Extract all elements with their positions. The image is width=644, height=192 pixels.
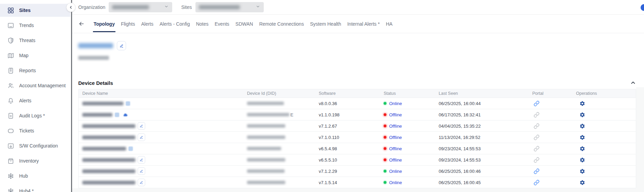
sidebar-item-label: Tickets bbox=[19, 128, 34, 133]
device-name-redacted bbox=[82, 169, 135, 173]
portal-link-icon[interactable] bbox=[532, 101, 576, 106]
sidebar-item-label: Hub4 * bbox=[19, 188, 34, 192]
sidebar-item-audit-logs[interactable]: Audit Logs * bbox=[0, 108, 70, 123]
tab-notes[interactable]: Notes bbox=[196, 15, 209, 33]
sidebar-scrollbar[interactable] bbox=[71, 0, 72, 192]
sites-select[interactable] bbox=[195, 2, 264, 12]
operations-gear-icon[interactable] bbox=[576, 157, 636, 163]
organization-label: Organization bbox=[78, 4, 105, 10]
sidebar-item-label: Audit Logs * bbox=[19, 113, 45, 118]
status-dot bbox=[384, 136, 386, 139]
users-icon bbox=[7, 82, 14, 89]
sidebar-item-label: Hub bbox=[19, 173, 28, 179]
info-chip-icon[interactable] bbox=[126, 101, 130, 106]
tab-sdwan[interactable]: SDWAN bbox=[235, 15, 253, 33]
portal-link-icon[interactable] bbox=[532, 168, 576, 174]
tab-flights[interactable]: Flights bbox=[121, 15, 135, 33]
main-panel: Organization Sites Topology Flights Aler… bbox=[72, 0, 644, 192]
sidebar-collapse-button[interactable] bbox=[66, 3, 76, 12]
edit-site-name-button[interactable] bbox=[117, 41, 126, 50]
operations-gear-icon[interactable] bbox=[576, 123, 636, 129]
status-text: Online bbox=[389, 169, 402, 174]
software-version: v7.1.5.14 bbox=[319, 180, 384, 185]
info-chip-icon[interactable] bbox=[115, 113, 119, 117]
software-version: v7.1.2.67 bbox=[319, 124, 384, 129]
operations-gear-icon[interactable] bbox=[576, 168, 636, 174]
device-name-redacted bbox=[82, 147, 126, 151]
tab-alerts-config[interactable]: Alerts - Config bbox=[160, 15, 190, 33]
table-row: v8.0.0.36 Online 06/25/2025, 16:00:44 bbox=[79, 98, 636, 109]
portal-link-icon[interactable] bbox=[532, 123, 576, 129]
device-name-redacted bbox=[82, 181, 135, 184]
back-button[interactable] bbox=[78, 21, 85, 27]
portal-link-icon[interactable] bbox=[532, 135, 576, 140]
table-row: v7.1.5.14 Online 06/25/2025, 16:00:45 bbox=[79, 177, 636, 188]
sidebar-item-trends[interactable]: Trends bbox=[0, 18, 70, 33]
sidebar-item-sw-configuration[interactable]: S/W Configuration bbox=[0, 138, 70, 153]
status-text: Offline bbox=[389, 135, 402, 140]
status-dot bbox=[384, 158, 386, 161]
operations-gear-icon[interactable] bbox=[576, 112, 636, 118]
device-id-redacted bbox=[247, 158, 285, 162]
sidebar-item-threats[interactable]: Threats bbox=[0, 33, 70, 48]
portal-link-icon[interactable] bbox=[532, 157, 576, 163]
status-dot bbox=[384, 125, 386, 127]
tab-alerts[interactable]: Alerts bbox=[141, 15, 153, 33]
sidebar-item-sites[interactable]: Sites bbox=[0, 4, 70, 17]
organization-select[interactable] bbox=[109, 2, 172, 12]
portal-link-icon[interactable] bbox=[532, 180, 576, 185]
tab-internal-alerts[interactable]: Internal Alerts * bbox=[347, 15, 380, 33]
status-dot bbox=[384, 102, 386, 105]
sidebar-item-inventory[interactable]: Inventory bbox=[0, 153, 70, 168]
sidebar-item-hub[interactable]: Hub bbox=[0, 168, 70, 183]
operations-gear-icon[interactable] bbox=[576, 101, 636, 106]
sites-label: Sites bbox=[181, 4, 192, 10]
sidebar-item-hub4[interactable]: Hub4 * bbox=[0, 183, 70, 192]
portal-link-icon[interactable] bbox=[532, 146, 576, 152]
operations-gear-icon[interactable] bbox=[576, 180, 636, 185]
sidebar-item-alerts[interactable]: Alerts bbox=[0, 93, 70, 108]
edge-button-fragment[interactable] bbox=[641, 4, 644, 11]
operations-gear-icon[interactable] bbox=[576, 146, 636, 152]
software-version: v8.0.0.36 bbox=[319, 101, 384, 106]
info-chip-icon[interactable] bbox=[128, 146, 133, 151]
grid-icon bbox=[7, 7, 14, 14]
edit-device-name-button[interactable] bbox=[138, 179, 145, 186]
sidebar-item-label: Trends bbox=[19, 23, 34, 28]
sidebar-item-tickets[interactable]: Tickets bbox=[0, 123, 70, 138]
edit-device-name-button[interactable] bbox=[138, 133, 145, 141]
status-text: Online bbox=[389, 180, 402, 185]
monitor-icon bbox=[7, 22, 14, 29]
table-row: v7.1.2.67 Offline 04/04/2025, 15:35:22 bbox=[79, 120, 636, 132]
sidebar-item-map[interactable]: Map bbox=[0, 48, 70, 63]
tab-remote-connections[interactable]: Remote Connections bbox=[259, 15, 304, 33]
table-row: E v1.1.0.198 Offline 06/17/2025, 16:32:4… bbox=[79, 109, 636, 120]
device-id-suffix: E bbox=[290, 112, 293, 117]
last-seen: 09/23/2024, 14:55:53 bbox=[439, 157, 532, 163]
window-gear-icon bbox=[7, 142, 14, 150]
site-description-redacted bbox=[78, 56, 109, 60]
device-id-redacted bbox=[247, 102, 284, 105]
operations-gear-icon[interactable] bbox=[576, 135, 636, 140]
tab-topology[interactable]: Topology bbox=[94, 15, 115, 33]
tab-system-health[interactable]: System Health bbox=[310, 15, 341, 33]
sidebar-item-label: Threats bbox=[19, 38, 35, 43]
portal-link-icon[interactable] bbox=[532, 112, 576, 118]
sidebar-item-account-management[interactable]: Account Management bbox=[0, 78, 70, 93]
report-icon bbox=[7, 67, 14, 74]
last-seen: 09/23/2024, 14:55:53 bbox=[439, 146, 532, 151]
sidebar-item-label: Sites bbox=[19, 8, 30, 13]
edit-device-name-button[interactable] bbox=[138, 156, 145, 164]
edit-device-name-button[interactable] bbox=[138, 122, 145, 130]
tab-ha[interactable]: HA bbox=[386, 15, 392, 33]
chevron-up-icon[interactable] bbox=[630, 80, 636, 86]
software-version: v7.1.2.29 bbox=[319, 169, 384, 174]
tab-events[interactable]: Events bbox=[215, 15, 229, 33]
device-id-redacted bbox=[247, 169, 285, 173]
sidebar-item-reports[interactable]: Reports bbox=[0, 63, 70, 78]
col-status: Status bbox=[384, 91, 439, 96]
software-version: v6.5.4.98 bbox=[319, 146, 384, 151]
device-id-redacted bbox=[247, 147, 281, 150]
edit-device-name-button[interactable] bbox=[138, 167, 145, 175]
device-details-title: Device Details bbox=[78, 80, 113, 86]
